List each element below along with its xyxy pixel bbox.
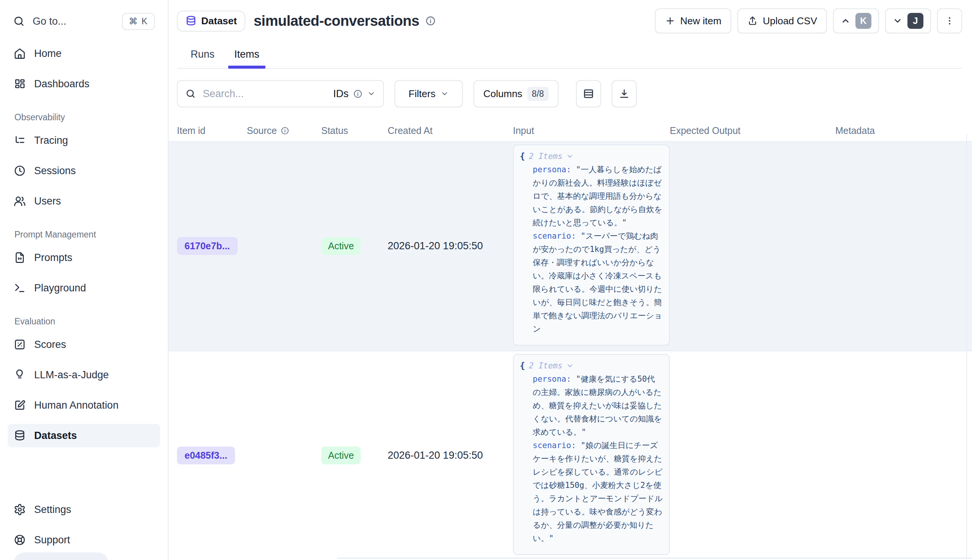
column-header-expected-output[interactable]: Expected Output (670, 125, 835, 136)
section-evaluation: Evaluation (14, 317, 168, 327)
json-viewer[interactable]: { 2 Items persona: "健康を気にする50代の主婦。家族に糖尿病… (513, 354, 670, 555)
search-mode-dropdown[interactable]: IDs (333, 88, 376, 100)
dataset-badge: Dataset (177, 11, 245, 32)
sidebar-item-users[interactable]: Users (8, 189, 160, 213)
kebab-menu-icon (945, 16, 955, 26)
lifebuoy-icon (14, 534, 26, 546)
shortcut-j-keycap: J (907, 13, 924, 29)
prompts-file-icon (14, 252, 26, 264)
goto-search[interactable]: Go to... ⌘ K (8, 9, 160, 33)
column-header-status[interactable]: Status (321, 125, 387, 136)
chevron-down-icon (566, 362, 574, 370)
clock-icon (14, 165, 26, 177)
sidebar-bottom-group: Settings Support (0, 498, 168, 560)
dashboards-icon (14, 78, 26, 90)
search-icon (13, 15, 25, 27)
database-icon (14, 430, 26, 442)
input-cell[interactable]: { 2 Items persona: "健康を気にする50代の主婦。家族に糖尿病… (513, 351, 670, 560)
lightbulb-icon (14, 369, 26, 381)
main-content: Dataset simulated-conversations New item (169, 0, 972, 560)
next-item-button[interactable]: J (885, 8, 931, 33)
column-header-created-at[interactable]: Created At (387, 125, 513, 136)
goto-shortcut: ⌘ K (122, 13, 155, 30)
header-actions: New item Upload CSV K (655, 8, 962, 33)
columns-button[interactable]: Columns 8/8 (473, 80, 558, 107)
sidebar-item-datasets[interactable]: Datasets (8, 424, 160, 447)
section-prompt-management: Prompt Management (14, 230, 168, 240)
table-header-row: Item id Source Status Created At Input E… (169, 120, 972, 141)
sidebar-item-dashboards[interactable]: Dashboards (8, 72, 160, 96)
terminal-icon (14, 282, 26, 294)
sidebar-item-prompts[interactable]: Prompts (8, 246, 160, 269)
info-icon (353, 89, 362, 98)
chevron-up-icon (841, 16, 850, 26)
app-window: Go to... ⌘ K Home Dashboards Observabili… (0, 0, 972, 560)
created-at-cell: 2026-01-20 19:05:50 (387, 450, 513, 462)
profile-pill-partial[interactable] (14, 552, 109, 560)
column-header-source[interactable]: Source (247, 125, 321, 136)
goto-label: Go to... (33, 15, 122, 27)
tracing-icon (14, 134, 26, 147)
status-badge: Active (321, 447, 361, 464)
sidebar-item-support[interactable]: Support (8, 528, 160, 552)
sidebar-item-home[interactable]: Home (8, 42, 160, 65)
filters-button[interactable]: Filters (394, 80, 463, 107)
more-options-button[interactable] (937, 8, 962, 33)
item-id-badge[interactable]: 6170e7b... (177, 237, 238, 255)
search-icon (185, 88, 196, 99)
page-header: Dataset simulated-conversations New item (169, 0, 972, 69)
users-icon (14, 195, 26, 207)
chevron-down-icon (893, 16, 902, 26)
sidebar-item-scores[interactable]: Scores (8, 333, 160, 356)
columns-count-badge: 8/8 (528, 87, 549, 101)
json-entry: persona: "健康を気にする50代の主婦。家族に糖尿病の人がいるため、糖質… (520, 373, 663, 439)
info-icon (281, 126, 289, 135)
column-header-metadata[interactable]: Metadata (835, 125, 972, 136)
section-observability: Observability (14, 112, 168, 123)
sidebar-item-tracing[interactable]: Tracing (8, 128, 160, 152)
table-row[interactable]: 6170e7b... Active 2026-01-20 19:05:50 { … (169, 141, 972, 350)
sidebar-item-llm-as-a-judge[interactable]: LLM-as-a-Judge (8, 363, 160, 387)
upload-icon (747, 15, 758, 26)
sidebar-item-sessions[interactable]: Sessions (8, 159, 160, 182)
sidebar: Go to... ⌘ K Home Dashboards Observabili… (0, 0, 169, 560)
sidebar-item-human-annotation[interactable]: Human Annotation (8, 393, 160, 417)
json-collapse-header[interactable]: { 2 Items (520, 359, 663, 373)
json-entry: persona: "一人暮らしを始めたばかりの新社会人。料理経験はほぼゼロで、基… (520, 163, 663, 230)
rows-icon (583, 88, 594, 99)
plus-icon (665, 15, 675, 26)
column-header-input[interactable]: Input (513, 125, 670, 136)
json-collapse-header[interactable]: { 2 Items (520, 150, 663, 163)
search-input[interactable] (203, 88, 333, 100)
table-row[interactable]: e0485f3... Active 2026-01-20 19:05:50 { … (169, 350, 972, 560)
download-button[interactable] (612, 80, 637, 107)
json-entry: scenario: "スーパーで鶏むね肉が安かったので1kg買ったが、どう保存・… (520, 230, 663, 336)
tab-runs[interactable]: Runs (190, 46, 215, 68)
item-id-badge[interactable]: e0485f3... (177, 447, 235, 464)
chevron-down-icon (566, 153, 574, 160)
scores-icon (14, 338, 26, 350)
input-cell[interactable]: { 2 Items persona: "一人暮らしを始めたばかりの新社会人。料理… (513, 142, 670, 350)
dataset-badge-database-icon (185, 15, 197, 27)
shortcut-k-keycap: K (855, 13, 872, 29)
search-box: IDs (177, 80, 384, 107)
annotation-pen-icon (14, 399, 26, 411)
json-entry: scenario: "娘の誕生日にチーズケーキを作りたいが、糖質を抑えたレシピを… (520, 439, 663, 545)
home-icon (14, 47, 26, 60)
chevron-down-icon (441, 90, 449, 98)
row-height-button[interactable] (576, 80, 601, 107)
sidebar-item-settings[interactable]: Settings (8, 498, 160, 521)
page-title: simulated-conversations (254, 13, 419, 29)
upload-csv-button[interactable]: Upload CSV (737, 8, 827, 33)
column-header-item-id[interactable]: Item id (177, 125, 247, 136)
vertical-scrollbar[interactable] (966, 133, 967, 558)
tab-items[interactable]: Items (234, 46, 260, 68)
horizontal-scrollbar[interactable] (337, 558, 972, 558)
json-viewer[interactable]: { 2 Items persona: "一人暮らしを始めたばかりの新社会人。料理… (513, 145, 670, 346)
info-icon[interactable] (425, 15, 436, 26)
chevron-down-icon (367, 90, 376, 98)
new-item-button[interactable]: New item (655, 8, 731, 33)
sidebar-item-playground[interactable]: Playground (8, 276, 160, 300)
prev-item-button[interactable]: K (833, 8, 879, 33)
gear-icon (14, 503, 26, 516)
